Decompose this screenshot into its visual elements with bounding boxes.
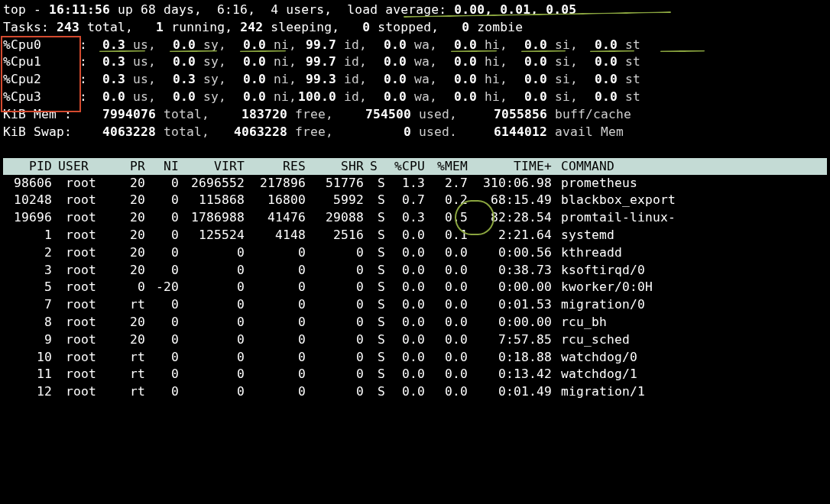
process-row[interactable]: 8 root200000 S0.00.00:00.00rcu_bh bbox=[3, 314, 827, 331]
cpu-ni: 0.0 bbox=[220, 53, 266, 71]
cpu-id: 99.7 bbox=[290, 53, 336, 71]
col-pr[interactable]: PR bbox=[110, 158, 148, 176]
cell-res: 16800 bbox=[248, 192, 309, 209]
cpu-id: 100.0 bbox=[290, 89, 336, 106]
col-cmd[interactable]: COMMAND bbox=[555, 158, 827, 176]
cell-pid: 10248 bbox=[3, 192, 55, 209]
cell-virt: 0 bbox=[182, 314, 248, 331]
cell-shr: 29088 bbox=[309, 209, 367, 227]
col-s[interactable]: S bbox=[367, 158, 384, 176]
cell-ni: 0 bbox=[148, 349, 182, 367]
process-row[interactable]: 10248 root200115868168005992 S0.70.268:1… bbox=[3, 192, 827, 209]
cell-mem: 0.5 bbox=[428, 209, 471, 227]
cell-ni: 0 bbox=[148, 227, 182, 244]
cell-mem: 0.1 bbox=[428, 227, 471, 244]
cell-cpu: 1.3 bbox=[384, 175, 428, 192]
process-row[interactable]: 9 root200000 S0.00.07:57.85rcu_sched bbox=[3, 331, 827, 349]
cell-virt: 0 bbox=[182, 296, 248, 314]
cell-cpu: 0.0 bbox=[384, 314, 428, 331]
cell-virt: 0 bbox=[182, 331, 248, 349]
tasks-total: 243 bbox=[57, 20, 79, 34]
swap-line: KiB Swap: 4063228 total, 4063228 free, 0… bbox=[3, 124, 827, 141]
cell-mem: 0.0 bbox=[428, 331, 471, 349]
cpu-ni: 0.0 bbox=[220, 71, 266, 89]
cell-cmd: watchdog/1 bbox=[555, 366, 827, 383]
cell-cpu: 0.0 bbox=[384, 227, 428, 244]
cell-mem: 0.2 bbox=[428, 192, 471, 209]
cell-time: 0:18.88 bbox=[471, 349, 555, 367]
process-row[interactable]: 2 root200000 S0.00.00:00.56kthreadd bbox=[3, 244, 827, 262]
cell-mem: 2.7 bbox=[428, 175, 471, 192]
cpu-wa: 0.0 bbox=[361, 89, 407, 106]
cell-pid: 8 bbox=[3, 314, 55, 331]
cpu-id: 99.3 bbox=[290, 71, 336, 89]
terminal-top-output[interactable]: top - 16:11:56 up 68 days, 6:16, 4 users… bbox=[0, 0, 830, 401]
cell-cpu: 0.0 bbox=[384, 262, 428, 279]
cell-virt: 0 bbox=[182, 244, 248, 262]
cell-mem: 0.0 bbox=[428, 244, 471, 262]
cell-pid: 12 bbox=[3, 383, 55, 401]
cell-pid: 3 bbox=[3, 262, 55, 279]
cell-shr: 0 bbox=[309, 383, 367, 401]
cell-cmd: rcu_bh bbox=[555, 314, 827, 331]
swap-total: 4063228 bbox=[79, 124, 156, 141]
cell-pid: 5 bbox=[3, 279, 55, 296]
cell-user: root bbox=[55, 383, 110, 401]
cell-pid: 19696 bbox=[3, 209, 55, 227]
cell-mem: 0.0 bbox=[428, 279, 471, 296]
cpu-ni: 0.0 bbox=[220, 89, 266, 106]
col-time[interactable]: TIME+ bbox=[471, 158, 555, 176]
cell-res: 0 bbox=[248, 262, 309, 279]
summary-line: top - 16:11:56 up 68 days, 6:16, 4 users… bbox=[3, 2, 827, 19]
process-row[interactable]: 19696 root20017869884147629088 S0.30.582… bbox=[3, 209, 827, 227]
cpu-st: 0.0 bbox=[572, 37, 618, 54]
cpu-section: %Cpu0:0.3 us,0.0 sy,0.0 ni,99.7 id,0.0 w… bbox=[3, 37, 827, 106]
cell-shr: 5992 bbox=[309, 192, 367, 209]
col-ni[interactable]: NI bbox=[148, 158, 182, 176]
mem-extra: 7055856 bbox=[471, 106, 547, 124]
cpu-wa: 0.0 bbox=[361, 37, 407, 54]
process-row[interactable]: 98606 root200269655221789651776 S1.32.73… bbox=[3, 175, 827, 192]
cell-time: 2:21.64 bbox=[471, 227, 555, 244]
cell-virt: 115868 bbox=[182, 192, 248, 209]
cpu-us: 0.3 bbox=[87, 71, 125, 89]
cell-ni: 0 bbox=[148, 244, 182, 262]
cell-time: 82:28.54 bbox=[471, 209, 555, 227]
process-row[interactable]: 1 root20012552441482516 S0.00.12:21.64sy… bbox=[3, 227, 827, 244]
cell-mem: 0.0 bbox=[428, 349, 471, 367]
mem-label: KiB Mem : bbox=[3, 106, 79, 124]
col-virt[interactable]: VIRT bbox=[182, 158, 248, 176]
col-user[interactable]: USER bbox=[55, 158, 110, 176]
cell-cpu: 0.0 bbox=[384, 279, 428, 296]
process-header-row[interactable]: PID USER PR NI VIRT RES SHR S %CPU %MEM … bbox=[3, 158, 827, 175]
cell-ni: 0 bbox=[148, 366, 182, 383]
cell-pr: 20 bbox=[110, 192, 148, 209]
cell-cmd: kworker/0:0H bbox=[555, 279, 827, 296]
process-row[interactable]: 7 rootrt0000 S0.00.00:01.53migration/0 bbox=[3, 296, 827, 314]
cpu-name: %Cpu1 bbox=[3, 53, 57, 71]
process-row[interactable]: 10 rootrt0000 S0.00.00:18.88watchdog/0 bbox=[3, 349, 827, 367]
program-name: top bbox=[3, 2, 26, 17]
cpu-name: %Cpu0 bbox=[3, 37, 57, 54]
process-row[interactable]: 5 root0-20000 S0.00.00:00.00kworker/0:0H bbox=[3, 279, 827, 296]
cell-time: 0:00.00 bbox=[471, 279, 555, 296]
cell-cmd: blackbox_export bbox=[555, 192, 827, 209]
cell-time: 0:38.73 bbox=[471, 262, 555, 279]
cell-s: S bbox=[367, 209, 384, 227]
col-shr[interactable]: SHR bbox=[309, 158, 367, 176]
col-res[interactable]: RES bbox=[248, 158, 309, 176]
col-pid[interactable]: PID bbox=[3, 158, 55, 176]
cell-shr: 0 bbox=[309, 244, 367, 262]
process-row[interactable]: 3 root200000 S0.00.00:38.73ksoftirqd/0 bbox=[3, 262, 827, 279]
cell-shr: 2516 bbox=[309, 227, 367, 244]
cell-virt: 0 bbox=[182, 349, 248, 367]
col-cpu[interactable]: %CPU bbox=[384, 158, 428, 176]
col-mem[interactable]: %MEM bbox=[428, 158, 471, 176]
cell-pr: 20 bbox=[110, 262, 148, 279]
cell-pr: 20 bbox=[110, 227, 148, 244]
cell-cpu: 0.0 bbox=[384, 366, 428, 383]
process-row[interactable]: 12 rootrt0000 S0.00.00:01.49migration/1 bbox=[3, 383, 827, 401]
cell-pid: 2 bbox=[3, 244, 55, 262]
cell-res: 0 bbox=[248, 366, 309, 383]
process-row[interactable]: 11 rootrt0000 S0.00.00:13.42watchdog/1 bbox=[3, 366, 827, 383]
